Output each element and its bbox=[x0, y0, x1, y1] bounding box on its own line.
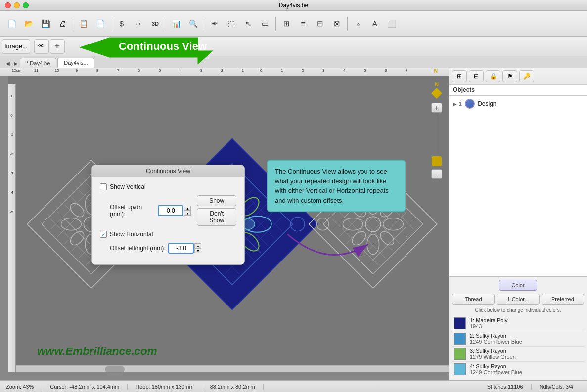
object-item-design[interactable]: ▶ 1 Design bbox=[451, 98, 585, 110]
maximize-button[interactable] bbox=[23, 2, 29, 8]
color-item-3[interactable]: 3: Sulky Rayon 1279 Willow Green bbox=[452, 347, 584, 362]
toolbar-separator bbox=[73, 17, 73, 31]
color-code-4: 1249 Cornflower Blue bbox=[470, 369, 522, 375]
color-code-1: 1943 bbox=[470, 323, 507, 329]
hatch-tool-button[interactable]: ⊠ bbox=[329, 16, 345, 32]
scroll-thumb[interactable] bbox=[432, 156, 442, 166]
main-toolbar: 📄 📂 💾 🖨 📋 📄 $ ↔ 3D 📊 🔍 ✒ ⬚ ↖ ▭ ⊞ ≡ ⊟ ⊠ ⬦… bbox=[0, 11, 587, 37]
objects-key-btn[interactable]: 🔑 bbox=[519, 70, 534, 82]
toolbar-separator-4 bbox=[204, 17, 204, 31]
3d-button[interactable]: 3D bbox=[147, 16, 163, 32]
zoom-in-button[interactable]: + bbox=[431, 103, 442, 113]
objects-flag-btn[interactable]: ⚑ bbox=[502, 70, 517, 82]
horizontal-scrollbar[interactable] bbox=[16, 365, 449, 372]
color-swatch-1 bbox=[454, 317, 466, 329]
close-button[interactable] bbox=[5, 2, 11, 8]
continuous-view-annotation: Continuous View bbox=[79, 34, 218, 69]
offset-updn-input[interactable] bbox=[158, 205, 183, 216]
hoop-status: Hoop: 180mm x 130mm bbox=[128, 384, 202, 390]
dont-show-button[interactable]: Don't Show bbox=[197, 208, 236, 226]
text-tool-button[interactable]: A bbox=[367, 16, 383, 32]
color-name-4: 4: Sulky Rayon bbox=[470, 363, 522, 369]
new-button[interactable]: 📄 bbox=[4, 16, 20, 32]
zoom-out-button[interactable]: − bbox=[431, 169, 442, 179]
dialog-body: Show Vertical Offset up/dn (mm): ▲ ▼ Sho… bbox=[92, 177, 244, 264]
color-item-4[interactable]: 4: Sulky Rayon 1249 Cornflower Blue bbox=[452, 362, 584, 377]
onecolor-tab[interactable]: 1 Color... bbox=[497, 294, 539, 305]
rect-select-button[interactable]: ▭ bbox=[257, 16, 273, 32]
tab-day4be[interactable]: * Day4.be bbox=[20, 58, 56, 68]
object-design-icon bbox=[465, 99, 475, 109]
color-name-3: 3: Sulky Rayon bbox=[470, 348, 516, 354]
color-item-1[interactable]: 1: Madeira Poly 1943 bbox=[452, 316, 584, 331]
status-right: Stitches:11106 Ndls/Cols: 3/4 bbox=[487, 384, 581, 390]
search-button[interactable]: 🔍 bbox=[185, 16, 201, 32]
expand-arrow-icon: ▶ bbox=[453, 101, 457, 107]
objects-grid-btn[interactable]: ⊟ bbox=[469, 70, 484, 82]
dialog-title: Continuous View bbox=[92, 165, 244, 177]
image-button[interactable]: Image... bbox=[2, 39, 30, 54]
objects-lock-btn[interactable]: 🔒 bbox=[486, 70, 500, 82]
stitches-status: Stitches:11106 bbox=[487, 384, 531, 390]
chart-button[interactable]: 📊 bbox=[169, 16, 184, 32]
lasso-button[interactable]: ⬚ bbox=[224, 16, 239, 32]
image-label: Image... bbox=[4, 43, 28, 50]
objects-list: ▶ 1 Design bbox=[449, 96, 587, 276]
objects-panel: ⊞ ⊟ 🔒 ⚑ 🔑 Objects ▶ 1 Design Color bbox=[449, 68, 587, 380]
copy-button[interactable]: 📋 bbox=[76, 16, 91, 32]
emboss-tool-button[interactable]: ⬦ bbox=[350, 16, 366, 32]
color-main-button[interactable]: Color bbox=[499, 280, 537, 291]
color-list: 1: Madeira Poly 1943 2: Sulky Rayon 1249… bbox=[452, 316, 584, 377]
color-swatch-4 bbox=[454, 363, 466, 375]
zoom-status: Zoom: 43% bbox=[6, 384, 42, 390]
color-subtab-row: Thread 1 Color... Preferred bbox=[452, 294, 584, 305]
color-item-2[interactable]: 2: Sulky Rayon 1249 Cornflower Blue bbox=[452, 331, 584, 347]
objects-title-bar: Objects bbox=[449, 85, 587, 96]
offset-updn-down[interactable]: ▼ bbox=[184, 211, 191, 216]
plus-tool-button[interactable]: ✛ bbox=[50, 39, 65, 54]
pattern-tool-button[interactable]: ⊟ bbox=[312, 16, 328, 32]
objects-view-btn[interactable]: ⊞ bbox=[452, 70, 467, 82]
status-bar: Zoom: 43% Cursor: -48.2mm x 104.4mm Hoop… bbox=[0, 380, 587, 392]
color-name-2: 2: Sulky Rayon bbox=[470, 333, 522, 339]
offset-leftright-row: Offset left/right (mm): ▲ ▼ bbox=[100, 243, 236, 254]
minimize-button[interactable] bbox=[14, 2, 20, 8]
compass-n-label: N bbox=[434, 68, 438, 74]
transform-button[interactable]: ↔ bbox=[131, 16, 146, 32]
show-vertical-checkbox[interactable] bbox=[100, 183, 107, 190]
svg-text:www.Embrilliance.com: www.Embrilliance.com bbox=[37, 345, 157, 357]
color-description: Click below to change individual colors. bbox=[452, 307, 584, 313]
offset-updn-up[interactable]: ▲ bbox=[184, 206, 191, 211]
design-size-status: 88.2mm x 80.2mm bbox=[202, 384, 264, 390]
fill-tool-button[interactable]: ≡ bbox=[295, 16, 311, 32]
tab-nav-next[interactable]: ▶ bbox=[12, 59, 20, 68]
tab-nav-prev[interactable]: ◀ bbox=[4, 59, 12, 68]
print-button[interactable]: 🖨 bbox=[54, 16, 70, 32]
compass-diamond bbox=[431, 88, 442, 99]
traffic-lights bbox=[5, 2, 29, 8]
show-horizontal-row: Show Horizontal bbox=[100, 231, 236, 238]
offset-leftright-down[interactable]: ▼ bbox=[194, 248, 201, 253]
continuous-view-dialog: Continuous View Show Vertical Offset up/… bbox=[91, 165, 245, 265]
dollar-tool-button[interactable]: $ bbox=[114, 16, 130, 32]
open-button[interactable]: 📂 bbox=[21, 16, 37, 32]
show-horizontal-label: Show Horizontal bbox=[110, 231, 153, 238]
thread-tab[interactable]: Thread bbox=[452, 294, 495, 305]
cursor-button[interactable]: ↖ bbox=[240, 16, 256, 32]
layer-tool-button[interactable]: ⬜ bbox=[384, 16, 400, 32]
paste-button[interactable]: 📄 bbox=[92, 16, 108, 32]
horizontal-scrollbar-thumb[interactable] bbox=[105, 366, 125, 372]
save-button[interactable]: 💾 bbox=[38, 16, 53, 32]
color-swatch-3 bbox=[454, 348, 466, 360]
pen-button[interactable]: ✒ bbox=[207, 16, 223, 32]
stitch-tool-button[interactable]: ⊞ bbox=[278, 16, 294, 32]
show-horizontal-checkbox[interactable] bbox=[100, 231, 107, 238]
offset-leftright-up[interactable]: ▲ bbox=[194, 243, 201, 248]
ruler-vertical: 1 0 -1 -2 -3 -4 -5 bbox=[8, 84, 16, 372]
show-button[interactable]: Show bbox=[197, 195, 236, 206]
offset-leftright-input[interactable] bbox=[168, 243, 194, 254]
main-content: -12cm -11 -10 -9 -8 -7 -6 -5 -4 -3 -2 -1… bbox=[0, 68, 587, 380]
preferred-tab[interactable]: Preferred bbox=[542, 294, 584, 305]
offset-updn-spinner: ▲ ▼ bbox=[184, 206, 191, 216]
eye-tool-button[interactable]: 👁 bbox=[34, 39, 49, 54]
